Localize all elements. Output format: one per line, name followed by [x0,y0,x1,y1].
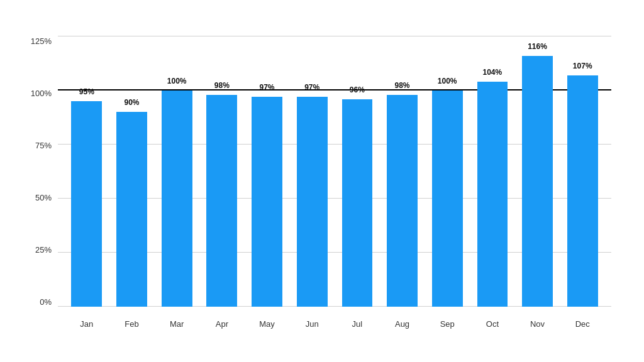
bar-value-label: 98% [214,81,230,90]
bars-wrapper: 95%90%100%98%97%97%96%98%100%104%116%107… [58,36,611,307]
x-label: Mar [154,319,199,329]
x-label: Jul [335,319,380,329]
bar-group: 96% [335,36,380,307]
bar-value-label: 98% [395,81,410,90]
x-label: Aug [380,319,425,329]
y-label: 0% [23,297,52,307]
bar-group: 95% [64,36,109,307]
x-label: Dec [560,319,605,329]
chart-area: 125%100%75%50%25%0% 95%90%100%98%97%97%9… [58,36,611,307]
bar: 90% [116,112,147,307]
bar-group: 107% [560,36,605,307]
chart-container: 125%100%75%50%25%0% 95%90%100%98%97%97%9… [20,18,624,344]
bar-group: 97% [245,36,290,307]
y-label: 50% [23,193,52,202]
bar-value-label: 97% [260,83,275,92]
x-label: Jun [289,319,335,329]
y-label: 125% [23,36,52,46]
bar-group: 116% [515,36,560,307]
bar-group: 100% [154,36,199,307]
bar-group: 97% [289,36,335,307]
bar-value-label: 97% [304,83,319,92]
bar: 100% [432,90,463,307]
x-label: Sep [425,319,470,329]
bar: 95% [71,101,102,307]
x-label: Oct [470,319,515,329]
bar-group: 104% [470,36,515,307]
bar: 107% [567,75,598,307]
x-label: Nov [515,319,560,329]
bar-value-label: 90% [124,98,139,107]
x-label: Feb [109,319,155,329]
bar: 97% [252,97,282,307]
bar-value-label: 100% [438,77,457,85]
bar-value-label: 100% [167,77,187,85]
bar-value-label: 107% [573,62,592,70]
bar-group: 98% [199,36,245,307]
y-label: 100% [23,89,52,98]
y-axis-labels: 125%100%75%50%25%0% [23,36,52,307]
bar: 97% [297,97,328,307]
bar: 98% [387,95,418,307]
bar-value-label: 104% [483,68,502,77]
bar: 100% [162,90,192,307]
x-axis-labels: JanFebMarAprMayJunJulAugSepOctNovDec [58,319,611,329]
bar-group: 90% [109,36,155,307]
bar: 104% [477,82,508,307]
bar-group: 98% [380,36,425,307]
bar-group: 100% [425,36,470,307]
x-label: Apr [199,319,245,329]
x-label: May [245,319,290,329]
bar-value-label: 116% [528,42,547,51]
bar-value-label: 96% [350,85,365,94]
bar: 116% [522,56,553,307]
bar: 98% [206,95,237,307]
y-label: 25% [23,245,52,255]
y-label: 75% [23,141,52,150]
bar: 96% [342,99,373,307]
bar-value-label: 95% [79,87,94,96]
x-label: Jan [64,319,109,329]
